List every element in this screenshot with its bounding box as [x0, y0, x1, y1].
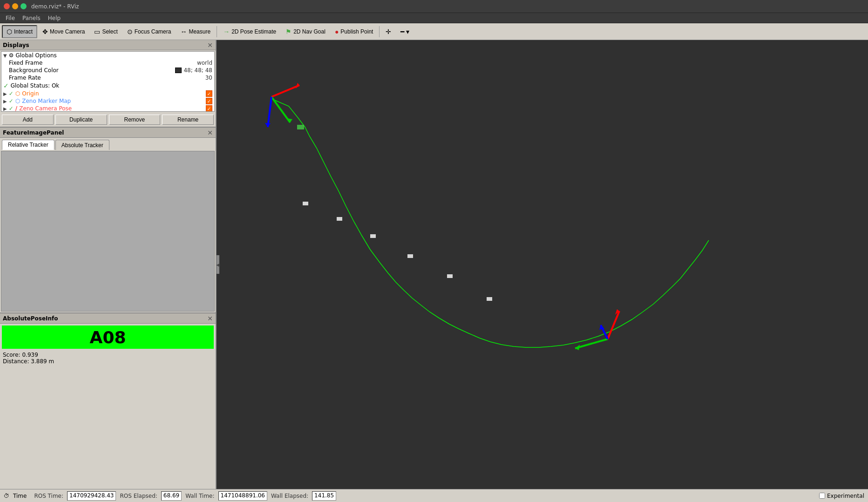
move-camera-icon: ✥ — [42, 28, 48, 35]
nav-goal-label: 2D Nav Goal — [293, 28, 326, 35]
displays-panel-close[interactable]: ✕ — [207, 41, 213, 49]
expand-arrow-global-options[interactable]: ▼ — [3, 53, 7, 58]
select-icon: ▭ — [94, 28, 100, 35]
svg-rect-3 — [370, 234, 376, 238]
wall-time-value: 1471048891.06 — [218, 491, 267, 501]
pose-info: Score: 0.939 Distance: 3.889 m — [0, 351, 216, 366]
menu-file[interactable]: File — [2, 14, 19, 22]
time-icon: ⏱ — [4, 493, 9, 499]
toolbar: ⬡ Interact ✥ Move Camera ▭ Select ⊙ Focu… — [0, 23, 868, 40]
tab-absolute-tracker[interactable]: Absolute Tracker — [55, 140, 109, 150]
svg-rect-13 — [297, 125, 304, 129]
minimize-button[interactable] — [12, 3, 18, 9]
zeno-marker-map-label: Zeno Marker Map — [22, 98, 204, 104]
feature-panel-header: FeatureImagePanel ✕ — [0, 128, 216, 138]
focus-camera-button[interactable]: ⊙ Focus Camera — [123, 25, 176, 38]
ros-time-value: 1470929428.43 — [67, 491, 116, 501]
fixed-frame-value[interactable]: world — [197, 60, 212, 66]
window-title: demo.rviz* - RViz — [31, 3, 79, 10]
time-panel-title: Time — [13, 493, 27, 499]
tree-item-origin[interactable]: ▶ ✓ ⬡ Origin ✓ — [1, 90, 214, 97]
interact-icon: ⬡ — [7, 28, 12, 35]
publish-point-label: Publish Point — [340, 28, 373, 35]
experimental-checkbox[interactable] — [819, 493, 825, 499]
settings-icon: ⚙ — [9, 52, 14, 59]
feature-panel-title: FeatureImagePanel — [3, 129, 64, 136]
focus-camera-icon: ⊙ — [127, 28, 133, 35]
tree-item-global-options[interactable]: ▼ ⚙ Global Options — [1, 52, 214, 59]
marker-map-checkbox[interactable]: ✓ — [206, 98, 212, 104]
add-display-button[interactable]: ✛ — [381, 25, 395, 38]
select-label: Select — [102, 28, 117, 35]
publish-point-icon: ● — [335, 28, 339, 35]
feature-panel-close[interactable]: ✕ — [207, 129, 213, 136]
global-status-label: Global Status: Ok — [11, 82, 212, 89]
publish-point-button[interactable]: ● Publish Point — [331, 25, 378, 38]
expand-arrow-camera-pose[interactable]: ▶ — [3, 106, 7, 111]
nav-goal-icon: ⚑ — [285, 28, 292, 35]
move-camera-label: Move Camera — [50, 28, 85, 35]
remove-button[interactable]: Remove — [109, 115, 161, 125]
wall-elapsed-label: Wall Elapsed: — [271, 493, 308, 499]
rename-button[interactable]: Rename — [162, 115, 214, 125]
check-camera-pose: ✓ — [9, 105, 14, 112]
maximize-button[interactable] — [20, 3, 27, 9]
pose-panel-close[interactable]: ✕ — [207, 315, 213, 322]
svg-rect-0 — [217, 50, 868, 479]
fixed-frame-label: Fixed Frame — [9, 60, 195, 66]
add-button[interactable]: Add — [2, 115, 54, 125]
background-color-swatch[interactable] — [175, 68, 182, 73]
pose-distance: Distance: 3.889 m — [3, 358, 213, 365]
select-button[interactable]: ▭ Select — [90, 25, 122, 38]
displays-panel: Displays ✕ ▼ ⚙ Global Options Fixed Fram… — [0, 40, 216, 128]
frame-rate-value[interactable]: 30 — [205, 75, 212, 81]
window-controls[interactable] — [4, 3, 27, 9]
add-display-icon: ✛ — [386, 28, 391, 35]
displays-tree[interactable]: ▼ ⚙ Global Options Fixed Frame world Bac… — [1, 51, 215, 112]
wall-time-label: Wall Time: — [185, 493, 214, 499]
status-ok-icon: ✓ — [3, 82, 9, 89]
measure-button[interactable]: ↔ Measure — [176, 25, 215, 38]
global-options-label: Global Options — [15, 52, 212, 59]
camera-pose-checkbox[interactable]: ✓ — [206, 105, 212, 112]
pose-display: A08 — [2, 326, 214, 349]
move-camera-button[interactable]: ✥ Move Camera — [38, 25, 89, 38]
pose-label: A08 — [90, 328, 126, 347]
3d-viewport[interactable]: ◀ — [217, 40, 868, 489]
displays-panel-header: Displays ✕ — [0, 40, 216, 50]
dropdown-icon: ━ ▾ — [400, 28, 409, 35]
close-button[interactable] — [4, 3, 10, 9]
interact-button[interactable]: ⬡ Interact — [2, 25, 37, 38]
duplicate-button[interactable]: Duplicate — [55, 115, 107, 125]
experimental-checkbox-group: Experimental — [819, 493, 864, 499]
menu-panels[interactable]: Panels — [19, 14, 44, 22]
pose-panel-header: AbsolutePoseInfo ✕ — [0, 313, 216, 324]
menu-bar: File Panels Help — [0, 13, 868, 23]
nav-goal-button[interactable]: ⚑ 2D Nav Goal — [281, 25, 330, 38]
ros-elapsed-label: ROS Elapsed: — [120, 493, 157, 499]
experimental-label: Experimental — [827, 493, 864, 499]
ros-time-label: ROS Time: — [34, 493, 63, 499]
wall-elapsed-value: 141.85 — [312, 491, 336, 501]
tree-item-zeno-camera-pose[interactable]: ▶ ✓ / Zeno Camera Pose ✓ — [1, 105, 214, 112]
left-panel: Displays ✕ ▼ ⚙ Global Options Fixed Fram… — [0, 40, 217, 489]
menu-help[interactable]: Help — [44, 14, 64, 22]
svg-rect-6 — [487, 297, 492, 301]
tab-relative-tracker[interactable]: Relative Tracker — [2, 140, 54, 150]
pose-estimate-icon: → — [223, 28, 230, 35]
tree-item-zeno-marker-map[interactable]: ▶ ✓ ⬡ Zeno Marker Map ✓ — [1, 97, 214, 105]
pose-estimate-button[interactable]: → 2D Pose Estimate — [219, 25, 280, 38]
expand-arrow-origin[interactable]: ▶ — [3, 91, 7, 96]
tree-item-global-status[interactable]: ✓ Global Status: Ok — [1, 81, 214, 90]
toolbar-separator-1 — [217, 26, 217, 37]
dropdown-button[interactable]: ━ ▾ — [396, 25, 414, 38]
origin-checkbox[interactable]: ✓ — [206, 90, 212, 97]
panel-resize-handle[interactable]: ◀ — [217, 255, 219, 274]
feature-tabs: Relative Tracker Absolute Tracker — [0, 138, 216, 150]
expand-arrow-marker-map[interactable]: ▶ — [3, 99, 7, 104]
svg-rect-2 — [337, 217, 342, 221]
check-marker-map: ✓ — [9, 98, 14, 104]
frame-rate-label: Frame Rate — [9, 75, 203, 81]
feature-panel: FeatureImagePanel ✕ Relative Tracker Abs… — [0, 128, 216, 313]
zeno-camera-pose-label: Zeno Camera Pose — [19, 105, 204, 112]
